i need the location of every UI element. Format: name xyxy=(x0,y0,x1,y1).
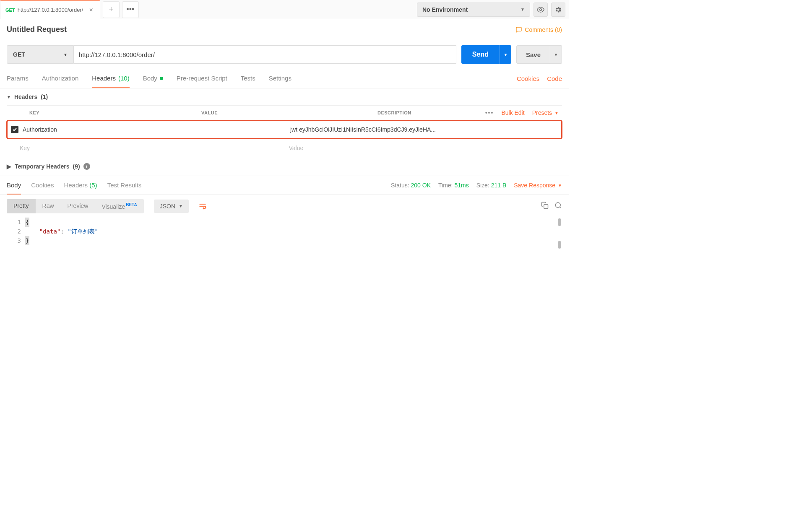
url-input[interactable] xyxy=(74,45,456,64)
chevron-down-icon: ▼ xyxy=(63,52,68,57)
chevron-down-icon: ▼ xyxy=(554,111,559,115)
send-more-button[interactable]: ▼ xyxy=(500,45,511,64)
header-desc-input[interactable] xyxy=(554,139,562,157)
beta-badge: BETA xyxy=(126,202,137,207)
tab-settings[interactable]: Settings xyxy=(269,70,291,88)
save-more-button[interactable]: ▼ xyxy=(550,45,562,64)
add-tab-button[interactable]: + xyxy=(103,1,120,18)
svg-point-3 xyxy=(555,203,560,208)
header-value-input[interactable] xyxy=(286,120,554,138)
triangle-down-icon: ▼ xyxy=(7,95,11,99)
status-value: 200 OK xyxy=(411,182,431,189)
format-select[interactable]: JSON ▼ xyxy=(154,200,189,213)
resp-tab-body[interactable]: Body xyxy=(7,176,21,194)
request-tab[interactable]: GET http://127.0.0.1:8000/order/ × xyxy=(0,0,100,19)
body-toolbar: Pretty Raw Preview VisualizeBETA JSON ▼ xyxy=(0,195,569,218)
table-row xyxy=(7,120,562,139)
gear-icon[interactable] xyxy=(551,3,565,17)
tab-method-badge: GET xyxy=(5,8,15,13)
svg-line-4 xyxy=(560,207,561,208)
header-desc-input[interactable] xyxy=(554,120,562,138)
svg-rect-2 xyxy=(544,205,548,209)
close-icon[interactable]: × xyxy=(87,6,94,14)
chevron-down-icon: ▼ xyxy=(179,204,183,208)
request-title-row: Untitled Request Comments (0) xyxy=(0,19,569,40)
tab-title: http://127.0.0.1:8000/order/ xyxy=(18,7,83,13)
header-value-input[interactable] xyxy=(284,139,554,157)
tab-params[interactable]: Params xyxy=(7,70,29,88)
wrap-lines-icon[interactable] xyxy=(196,200,209,213)
info-icon[interactable]: i xyxy=(83,163,90,170)
table-row xyxy=(7,139,562,157)
environment-select[interactable]: No Environment ▼ xyxy=(417,3,530,17)
col-desc-header: DESCRIPTION xyxy=(373,110,485,115)
dot-icon xyxy=(160,77,163,80)
code-link[interactable]: Code xyxy=(547,75,562,82)
tab-authorization[interactable]: Authorization xyxy=(42,70,79,88)
header-key-input[interactable] xyxy=(16,139,285,157)
cookies-link[interactable]: Cookies xyxy=(517,75,539,82)
size-value: 211 B xyxy=(491,182,507,189)
method-label: GET xyxy=(13,51,25,58)
resp-tab-testresults[interactable]: Test Results xyxy=(107,176,142,194)
top-bar: GET http://127.0.0.1:8000/order/ × + •••… xyxy=(0,0,569,19)
tab-prerequest[interactable]: Pre-request Script xyxy=(177,70,227,88)
comments-button[interactable]: Comments (0) xyxy=(515,26,562,33)
row-checkbox[interactable] xyxy=(11,126,18,133)
scrollbar-thumb[interactable] xyxy=(558,218,561,226)
scrollbar-thumb[interactable] xyxy=(558,241,561,249)
code-content: { "data": "订单列表" } xyxy=(25,218,562,245)
eye-icon[interactable] xyxy=(534,3,548,17)
response-tabs: Body Cookies Headers (5) Test Results St… xyxy=(0,176,569,195)
col-value-header: VALUE xyxy=(197,110,373,115)
header-key-input[interactable] xyxy=(18,120,286,138)
triangle-right-icon: ▶ xyxy=(7,163,11,170)
svg-point-0 xyxy=(540,8,542,10)
more-icon[interactable]: ••• xyxy=(485,109,494,116)
request-tabs: Params Authorization Headers (10) Body P… xyxy=(0,69,569,88)
view-preview[interactable]: Preview xyxy=(61,199,95,213)
chevron-down-icon: ▼ xyxy=(558,183,562,188)
environment-label: No Environment xyxy=(422,6,468,13)
response-body[interactable]: 1 2 3 { "data": "订单列表" } xyxy=(0,218,569,254)
time-value: 51ms xyxy=(454,182,468,189)
presets-dropdown[interactable]: Presets ▼ xyxy=(532,109,559,116)
resp-tab-headers[interactable]: Headers (5) xyxy=(64,176,97,194)
url-row: GET ▼ Send ▼ Save ▼ xyxy=(0,40,569,69)
resp-tab-cookies[interactable]: Cookies xyxy=(31,176,54,194)
line-gutter: 1 2 3 xyxy=(7,218,25,245)
tab-body[interactable]: Body xyxy=(143,70,163,88)
tab-headers[interactable]: Headers (10) xyxy=(92,70,129,88)
bulk-edit-link[interactable]: Bulk Edit xyxy=(501,109,524,116)
tab-more-button[interactable]: ••• xyxy=(122,1,139,18)
chevron-down-icon: ▼ xyxy=(521,7,525,12)
view-raw[interactable]: Raw xyxy=(36,199,61,213)
search-icon[interactable] xyxy=(554,202,562,210)
comments-label: Comments (0) xyxy=(525,26,562,33)
headers-toggle[interactable]: ▼ Headers (1) xyxy=(0,88,569,105)
save-response-button[interactable]: Save Response ▼ xyxy=(514,182,562,189)
col-key-header: KEY xyxy=(25,110,197,115)
save-button[interactable]: Save xyxy=(516,45,550,64)
method-select[interactable]: GET ▼ xyxy=(7,45,74,64)
view-pretty[interactable]: Pretty xyxy=(7,199,36,213)
view-visualize[interactable]: VisualizeBETA xyxy=(95,199,143,213)
headers-table: KEY VALUE DESCRIPTION ••• Bulk Edit Pres… xyxy=(0,105,569,157)
copy-icon[interactable] xyxy=(541,202,549,210)
temporary-headers-toggle[interactable]: ▶ Temporary Headers (9) i xyxy=(0,157,569,176)
tab-tests[interactable]: Tests xyxy=(241,70,255,88)
request-title[interactable]: Untitled Request xyxy=(7,25,67,34)
send-button[interactable]: Send xyxy=(461,45,500,64)
